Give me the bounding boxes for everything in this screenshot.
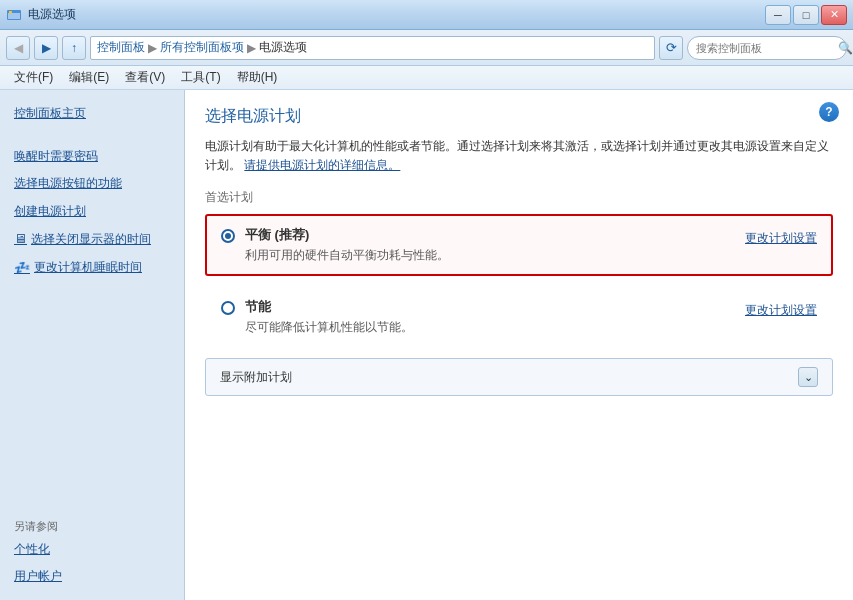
search-input[interactable] xyxy=(696,42,834,54)
preferred-section-label: 首选计划 xyxy=(205,189,833,206)
address-bar: ◀ ▶ ↑ 控制面板 ▶ 所有控制面板项 ▶ 电源选项 ⟳ 🔍 xyxy=(0,30,853,66)
menu-view[interactable]: 查看(V) xyxy=(117,67,173,88)
plan-item-saver[interactable]: 节能 尽可能降低计算机性能以节能。 更改计划设置 xyxy=(205,286,833,348)
close-button[interactable]: ✕ xyxy=(821,5,847,25)
address-path: 控制面板 ▶ 所有控制面板项 ▶ 电源选项 xyxy=(90,36,655,60)
sleep-icon: 💤 xyxy=(14,258,30,279)
sidebar-item-create-plan[interactable]: 创建电源计划 xyxy=(0,198,184,225)
menu-edit[interactable]: 编辑(E) xyxy=(61,67,117,88)
help-button[interactable]: ? xyxy=(819,102,839,122)
sidebar-item-power-button[interactable]: 选择电源按钮的功能 xyxy=(0,170,184,197)
plan-item-balanced-left: 平衡 (推荐) 利用可用的硬件自动平衡功耗与性能。 xyxy=(221,226,449,264)
plan-desc-balanced: 利用可用的硬件自动平衡功耗与性能。 xyxy=(245,247,449,264)
sidebar-item-user-accounts[interactable]: 用户帐户 xyxy=(0,563,184,590)
plan-item-saver-left: 节能 尽可能降低计算机性能以节能。 xyxy=(221,298,413,336)
sidebar-item-home[interactable]: 控制面板主页 xyxy=(0,100,184,127)
svg-rect-2 xyxy=(9,11,12,13)
breadcrumb-1[interactable]: 控制面板 xyxy=(97,39,145,56)
maximize-button[interactable]: □ xyxy=(793,5,819,25)
also-see-title: 另请参阅 xyxy=(0,513,184,536)
monitor-icon: 🖥 xyxy=(14,229,27,250)
plan-link-saver[interactable]: 更改计划设置 xyxy=(745,302,817,319)
plan-info-balanced: 平衡 (推荐) 利用可用的硬件自动平衡功耗与性能。 xyxy=(245,226,449,264)
expand-label: 显示附加计划 xyxy=(220,369,292,386)
title-bar-left: 电源选项 xyxy=(6,6,76,23)
plan-radio-saver[interactable] xyxy=(221,301,235,315)
menu-bar: 文件(F) 编辑(E) 查看(V) 工具(T) 帮助(H) xyxy=(0,66,853,90)
breadcrumb-2[interactable]: 所有控制面板项 xyxy=(160,39,244,56)
expand-additional-plans[interactable]: 显示附加计划 ⌄ xyxy=(205,358,833,396)
plan-name-balanced: 平衡 (推荐) xyxy=(245,226,449,244)
sidebar-item-display[interactable]: 🖥 选择关闭显示器的时间 xyxy=(0,225,184,254)
plan-link-balanced[interactable]: 更改计划设置 xyxy=(745,230,817,247)
menu-file[interactable]: 文件(F) xyxy=(6,67,61,88)
sidebar-item-personalize[interactable]: 个性化 xyxy=(0,536,184,563)
sidebar-item-sleep[interactable]: 💤 更改计算机睡眠时间 xyxy=(0,254,184,283)
title-bar: 电源选项 ─ □ ✕ xyxy=(0,0,853,30)
content-description: 电源计划有助于最大化计算机的性能或者节能。通过选择计划来将其激活，或选择计划并通… xyxy=(205,137,833,175)
plan-info-saver: 节能 尽可能降低计算机性能以节能。 xyxy=(245,298,413,336)
window-title: 电源选项 xyxy=(28,6,76,23)
search-icon: 🔍 xyxy=(838,41,853,55)
breadcrumb-3: 电源选项 xyxy=(259,39,307,56)
main-container: 控制面板主页 唤醒时需要密码 选择电源按钮的功能 创建电源计划 🖥 选择关闭显示… xyxy=(0,90,853,600)
svg-rect-1 xyxy=(8,13,20,19)
window-icon xyxy=(6,7,22,23)
menu-tools[interactable]: 工具(T) xyxy=(173,67,228,88)
sep-1: ▶ xyxy=(148,41,157,55)
search-box: 🔍 xyxy=(687,36,847,60)
forward-button[interactable]: ▶ xyxy=(34,36,58,60)
minimize-button[interactable]: ─ xyxy=(765,5,791,25)
back-button[interactable]: ◀ xyxy=(6,36,30,60)
sep-2: ▶ xyxy=(247,41,256,55)
plan-item-balanced[interactable]: 平衡 (推荐) 利用可用的硬件自动平衡功耗与性能。 更改计划设置 xyxy=(205,214,833,276)
more-info-link[interactable]: 请提供电源计划的详细信息。 xyxy=(244,158,400,172)
content-area: ? 选择电源计划 电源计划有助于最大化计算机的性能或者节能。通过选择计划来将其激… xyxy=(185,90,853,600)
menu-help[interactable]: 帮助(H) xyxy=(229,67,286,88)
up-button[interactable]: ↑ xyxy=(62,36,86,60)
expand-chevron-icon: ⌄ xyxy=(798,367,818,387)
plan-radio-balanced[interactable] xyxy=(221,229,235,243)
sidebar-item-wakeup[interactable]: 唤醒时需要密码 xyxy=(0,143,184,170)
page-title: 选择电源计划 xyxy=(205,106,833,127)
window-controls: ─ □ ✕ xyxy=(765,5,847,25)
refresh-button[interactable]: ⟳ xyxy=(659,36,683,60)
plan-desc-saver: 尽可能降低计算机性能以节能。 xyxy=(245,319,413,336)
plan-name-saver: 节能 xyxy=(245,298,413,316)
sidebar: 控制面板主页 唤醒时需要密码 选择电源按钮的功能 创建电源计划 🖥 选择关闭显示… xyxy=(0,90,185,600)
